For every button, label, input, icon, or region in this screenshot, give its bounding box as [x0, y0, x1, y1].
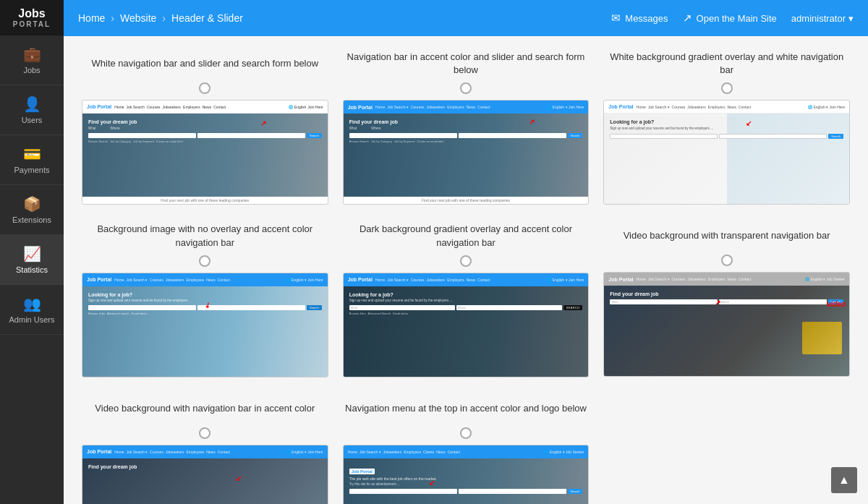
- logo-title: Jobs: [18, 7, 45, 20]
- statistics-label: Statistics: [16, 265, 48, 274]
- option-label-6: Video background with transparent naviga…: [624, 223, 830, 249]
- option-radio-7[interactable]: [199, 427, 210, 439]
- messages-icon: ✉: [611, 12, 621, 25]
- preview-nav-3: Job Portal HomeJob Search ▾CoursesJobsee…: [604, 101, 849, 114]
- open-main-site-button[interactable]: ↗ Open the Main Site: [683, 12, 777, 25]
- topbar-actions: ✉ Messages ↗ Open the Main Site administ…: [611, 12, 854, 25]
- preview-nav-5: Job Portal HomeJob Search ▾CoursesJobsee…: [344, 273, 589, 286]
- breadcrumb-sep2: ›: [162, 12, 166, 24]
- option-image-6: Job Portal HomeJob Search ▾CoursesJobsee…: [603, 272, 850, 377]
- scroll-to-top-button[interactable]: ▲: [831, 467, 857, 493]
- sidebar-item-admin-users[interactable]: 👥 Admin Users: [0, 285, 64, 335]
- admin-users-icon: 👥: [23, 295, 41, 312]
- admin-label: administrator: [791, 13, 846, 24]
- logo-subtitle: PORTAL: [13, 20, 51, 28]
- admin-users-label: Admin Users: [9, 315, 55, 324]
- jobs-icon: 💼: [23, 46, 41, 63]
- breadcrumb: Home › Website › Header & Slider: [78, 12, 611, 24]
- option-image-7: Job Portal HomeJob Search ▾CoursesJobsee…: [82, 445, 328, 504]
- option-card-2[interactable]: Navigation bar in accent color and slide…: [343, 51, 590, 205]
- option-label-1: White navigation bar and slider and sear…: [92, 51, 319, 77]
- options-grid: White navigation bar and slider and sear…: [82, 51, 850, 504]
- payments-icon: 💳: [23, 145, 41, 163]
- breadcrumb-website[interactable]: Website: [120, 12, 156, 24]
- option-image-4: Job Portal HomeJob Search ▾CoursesJobsee…: [82, 273, 328, 377]
- chevron-down-icon: ▾: [848, 13, 854, 24]
- option-radio-2[interactable]: [460, 82, 472, 94]
- breadcrumb-home[interactable]: Home: [78, 12, 105, 24]
- option-card-6[interactable]: Video background with transparent naviga…: [603, 223, 850, 377]
- payments-label: Payments: [14, 166, 50, 174]
- option-image-2: Job Portal HomeJob Search ▾CoursesJobsee…: [343, 100, 590, 205]
- topbar: Home › Website › Header & Slider ✉ Messa…: [64, 0, 868, 36]
- preview-nav-2: Job Portal HomeJob Search ▾CoursesJobsee…: [344, 101, 589, 114]
- sidebar-item-payments[interactable]: 💳 Payments: [0, 135, 64, 185]
- content-area: White navigation bar and slider and sear…: [64, 36, 868, 504]
- admin-dropdown[interactable]: administrator ▾: [791, 13, 854, 24]
- sidebar-item-statistics[interactable]: 📈 Statistics: [0, 235, 64, 285]
- preview-nav-7: Job Portal HomeJob Search ▾CoursesJobsee…: [82, 445, 328, 458]
- open-main-site-label: Open the Main Site: [697, 13, 777, 24]
- extensions-icon: 📦: [23, 195, 41, 213]
- preview-nav-6: Job Portal HomeJob Search ▾CoursesJobsee…: [604, 273, 849, 286]
- sidebar-item-jobs[interactable]: 💼 Jobs: [0, 35, 64, 85]
- preview-nav-1: Job Portal HomeJob SearchCoursesJobseeke…: [82, 101, 328, 114]
- option-label-4: Background image with no overlay and acc…: [82, 223, 328, 249]
- option-radio-6[interactable]: [721, 255, 733, 266]
- breadcrumb-sep1: ›: [111, 12, 114, 24]
- jobs-label: Jobs: [23, 66, 40, 74]
- preview-bottom-2: Find your next job with one of these lea…: [344, 197, 589, 204]
- option-radio-3[interactable]: [721, 82, 733, 94]
- option-radio-4[interactable]: [199, 255, 210, 267]
- messages-label: Messages: [625, 13, 668, 24]
- main-area: Home › Website › Header & Slider ✉ Messa…: [64, 0, 868, 504]
- sidebar-item-users[interactable]: 👤 Users: [0, 85, 64, 135]
- option-card-4[interactable]: Background image with no overlay and acc…: [82, 223, 328, 377]
- option-radio-1[interactable]: [199, 82, 210, 94]
- extensions-label: Extensions: [12, 215, 51, 224]
- messages-button[interactable]: ✉ Messages: [611, 12, 668, 25]
- option-radio-5[interactable]: [460, 255, 472, 267]
- preview-nav-8: HomeJob Search ▾JobseekersEmployersClien…: [344, 445, 589, 458]
- external-link-icon: ↗: [683, 12, 692, 25]
- option-label-7: Video background with navigation bar in …: [95, 396, 315, 422]
- users-icon: 👤: [23, 95, 41, 113]
- breadcrumb-current: Header & Slider: [171, 12, 243, 24]
- option-image-3: Job Portal HomeJob Search ▾CoursesJobsee…: [603, 100, 850, 205]
- sidebar: Jobs PORTAL 💼 Jobs 👤 Users 💳 Payments 📦 …: [0, 0, 64, 504]
- statistics-icon: 📈: [23, 245, 41, 262]
- option-image-5: Job Portal HomeJob Search ▾CoursesJobsee…: [343, 273, 590, 377]
- preview-nav-4: Job Portal HomeJob Search ▾CoursesJobsee…: [82, 273, 328, 286]
- sidebar-logo: Jobs PORTAL: [0, 0, 64, 35]
- option-label-5: Dark background gradient overlay and acc…: [343, 223, 590, 249]
- users-label: Users: [22, 116, 43, 124]
- option-card-7[interactable]: Video background with navigation bar in …: [82, 396, 328, 504]
- option-image-1: Job Portal HomeJob SearchCoursesJobseeke…: [82, 100, 328, 205]
- option-card-8[interactable]: Navigation menu at the top in accent col…: [343, 396, 590, 504]
- option-card-3[interactable]: White background gradient overlay and wh…: [603, 51, 850, 205]
- option-label-8: Navigation menu at the top in accent col…: [345, 396, 587, 422]
- option-card-1[interactable]: White navigation bar and slider and sear…: [82, 51, 328, 205]
- option-card-5[interactable]: Dark background gradient overlay and acc…: [343, 223, 590, 377]
- option-radio-8[interactable]: [460, 427, 472, 439]
- preview-bottom-1: Find your next job with one of these lea…: [82, 197, 328, 204]
- chevron-up-icon: ▲: [838, 474, 850, 487]
- sidebar-item-extensions[interactable]: 📦 Extensions: [0, 185, 64, 235]
- option-label-3: White background gradient overlay and wh…: [603, 51, 850, 77]
- option-label-2: Navigation bar in accent color and slide…: [343, 51, 590, 77]
- option-image-8: HomeJob Search ▾JobseekersEmployersClien…: [343, 445, 590, 504]
